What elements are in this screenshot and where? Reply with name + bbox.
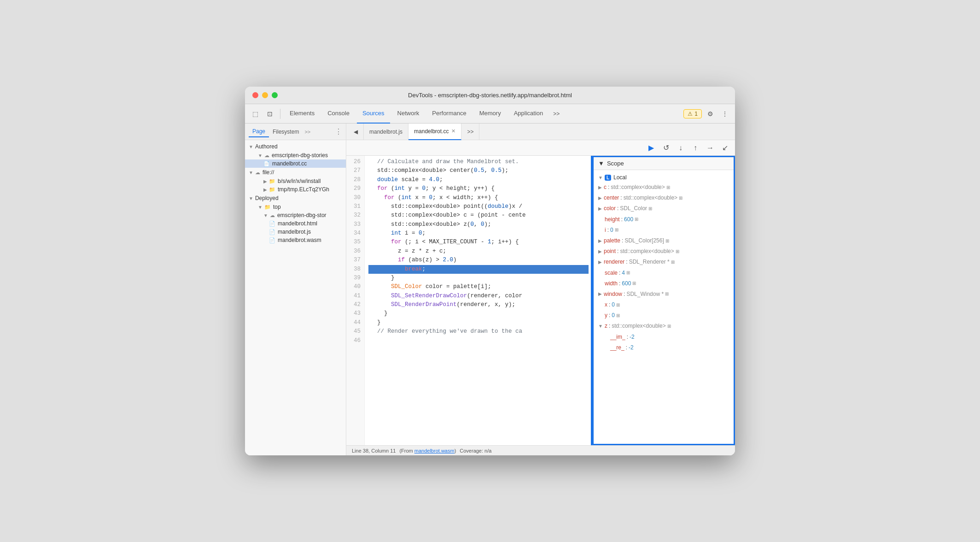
tab-performance[interactable]: Performance (426, 104, 472, 124)
file-icon: 📄 (269, 237, 275, 243)
scope-item-window[interactable]: ▶ window : SDL_Window * ⊞ (594, 289, 734, 300)
code-line-32: std::complex<double> c = (point - cente (368, 211, 589, 220)
more-options-icon[interactable]: ⋮ (718, 107, 731, 120)
editor-tabs-more[interactable]: >> (461, 124, 479, 140)
code-line-39: } (368, 274, 589, 283)
toolbar-separator (280, 109, 280, 119)
editor-tab-bar: ◀ mandelbrot.js mandelbrot.cc ✕ >> (346, 124, 735, 140)
mandelbrot-js-label: mandelbrot.js (278, 229, 311, 235)
status-line-col: Line 38, Column 11 (352, 448, 396, 454)
install-label: b/s/w/ir/x/w/install (278, 178, 321, 184)
tmp-label: tmp/tmp.ELcTq2YGh (278, 186, 329, 193)
mandelbrot-wasm-label: mandelbrot.wasm (278, 237, 321, 243)
warning-badge[interactable]: ⚠ 1 (683, 109, 702, 118)
scope-item-scale: scale : 4 ⊞ (594, 268, 734, 278)
main-toolbar: ⬚ ⊡ Elements Console Sources Network Per… (245, 104, 735, 124)
arrow-icon: ▼ (249, 144, 253, 149)
emscripten-dbg-stories-authored[interactable]: ▼ ☁ emscripten-dbg-stories (245, 151, 346, 159)
maximize-button[interactable] (272, 92, 278, 98)
scope-item-center[interactable]: ▶ center : std::complex<double> ⊞ (594, 193, 734, 203)
emscripten-authored-label: emscripten-dbg-stories (272, 152, 328, 159)
scope-local-header[interactable]: ▼ L Local (594, 173, 734, 182)
inspector-icon[interactable]: ⬚ (249, 107, 262, 120)
tab-elements[interactable]: Elements (284, 104, 320, 124)
mandelbrot-cc-file[interactable]: 📄 mandelbrot.cc (245, 159, 346, 168)
code-content: // Calculate and draw the Mandelbrot set… (365, 156, 592, 445)
mandelbrot-wasm-file[interactable]: 📄 mandelbrot.wasm (245, 236, 346, 244)
expand-icon: ▼ (249, 170, 253, 175)
scope-item-palette[interactable]: ▶ palette : SDL_Color[256] ⊞ (594, 236, 734, 246)
deployed-section: ▼ Deployed ▼ 📁 top ▼ ☁ emscripten-dbg-st… (245, 194, 346, 244)
tmp-folder[interactable]: ▶ 📁 tmp/tmp.ELcTq2YGh (245, 185, 346, 194)
scope-item-expand-icon: ▶ (598, 194, 602, 202)
editor-tab-mandelbrot-cc[interactable]: mandelbrot.cc ✕ (408, 124, 461, 140)
sidebar-tab-page[interactable]: Page (249, 126, 269, 137)
file-header[interactable]: ▼ ☁ file:// (245, 168, 346, 177)
cloud-icon: ☁ (264, 153, 269, 159)
scope-item-x: x : 0 ⊞ (594, 300, 734, 310)
more-tabs-button[interactable]: >> (550, 109, 562, 119)
emscripten-deployed-label: emscripten-dbg-stor (277, 212, 327, 218)
mandelbrot-html-file[interactable]: 📄 mandelbrot.html (245, 219, 346, 228)
scope-local-label: Local (613, 174, 627, 181)
sidebar-options-button[interactable]: ⋮ (335, 127, 342, 136)
file-section: ▼ ☁ file:// ▶ 📁 b/s/w/ir/x/w/install ▶ 📁… (245, 168, 346, 194)
editor-tab-collapse[interactable]: ◀ (348, 124, 364, 140)
tab-cc-label: mandelbrot.cc (414, 128, 449, 135)
scope-body: ▼ L Local ▶ c : std::complex<double> ⊞ (594, 170, 734, 444)
step-over-button[interactable]: ↺ (659, 141, 672, 154)
mandelbrot-js-file[interactable]: 📄 mandelbrot.js (245, 228, 346, 236)
tab-network[interactable]: Network (392, 104, 425, 124)
status-from-link[interactable]: mandelbrot.wasm (414, 448, 455, 454)
minimize-button[interactable] (262, 92, 268, 98)
editor-tab-mandelbrot-js[interactable]: mandelbrot.js (364, 124, 408, 140)
sidebar: Page Filesystem >> ⋮ ▼ Authored ▼ ☁ emsc… (245, 124, 346, 455)
sidebar-more-button[interactable]: >> (304, 129, 310, 135)
mandelbrot-html-label: mandelbrot.html (278, 220, 317, 227)
sidebar-tab-filesystem[interactable]: Filesystem (269, 127, 303, 137)
status-from: (From mandelbrot.wasm) (399, 448, 456, 454)
status-coverage: Coverage: n/a (460, 448, 491, 454)
tab-console[interactable]: Console (322, 104, 355, 124)
expand-icon: ▶ (263, 187, 267, 192)
titlebar: DevTools - emscripten-dbg-stories.netlif… (245, 87, 735, 104)
install-folder[interactable]: ▶ 📁 b/s/w/ir/x/w/install (245, 177, 346, 185)
top-label: top (273, 204, 281, 210)
file-tree: ▼ Authored ▼ ☁ emscripten-dbg-stories 📄 … (245, 140, 346, 455)
scope-item-renderer[interactable]: ▶ renderer : SDL_Renderer * ⊞ (594, 257, 734, 267)
folder-icon: 📁 (269, 187, 275, 193)
deactivate-button[interactable]: ↙ (718, 141, 731, 154)
scope-item-z[interactable]: ▼ z : std::complex<double> ⊞ (594, 321, 734, 331)
step-out-button[interactable]: ↑ (689, 141, 702, 154)
deployed-header[interactable]: ▼ Deployed (245, 194, 346, 203)
scope-arrow-icon: ▼ (598, 160, 604, 167)
code-editor[interactable]: 26 27 28 29 30 31 32 33 34 35 36 37 38 3… (346, 156, 592, 445)
step-button[interactable]: → (704, 141, 717, 154)
emscripten-deployed[interactable]: ▼ ☁ emscripten-dbg-stor (245, 211, 346, 219)
resume-button[interactable]: ▶ (645, 141, 658, 154)
close-button[interactable] (252, 92, 258, 98)
step-into-button[interactable]: ↓ (674, 141, 687, 154)
authored-header[interactable]: ▼ Authored (245, 142, 346, 151)
scope-item-c[interactable]: ▶ c : std::complex<double> ⊞ (594, 182, 734, 193)
line-numbers: 26 27 28 29 30 31 32 33 34 35 36 37 38 3… (346, 156, 365, 445)
top-folder[interactable]: ▼ 📁 top (245, 203, 346, 211)
tab-application[interactable]: Application (508, 104, 549, 124)
cloud-icon: ☁ (270, 212, 275, 218)
code-line-40: SDL_Color color = palette[i]; (368, 283, 589, 291)
scope-item-expand-icon: ▼ (598, 323, 603, 330)
warning-count: 1 (694, 111, 698, 117)
tab-sources[interactable]: Sources (357, 104, 390, 124)
tab-memory[interactable]: Memory (474, 104, 507, 124)
settings-icon[interactable]: ⚙ (704, 107, 717, 120)
folder-icon: 📁 (269, 178, 275, 184)
tab-close-button[interactable]: ✕ (451, 128, 455, 134)
scope-item-color[interactable]: ▶ color : SDL_Color ⊞ (594, 203, 734, 214)
code-line-27: std::complex<double> center(0.5, 0.5); (368, 166, 589, 175)
main-area: Page Filesystem >> ⋮ ▼ Authored ▼ ☁ emsc… (245, 124, 735, 455)
device-icon[interactable]: ⊡ (263, 107, 276, 120)
scope-item-point[interactable]: ▶ point : std::complex<double> ⊞ (594, 246, 734, 257)
window-title: DevTools - emscripten-dbg-stories.netlif… (408, 92, 572, 99)
folder-icon: 📁 (264, 204, 271, 210)
code-line-36: z = z * z + c; (368, 247, 589, 256)
